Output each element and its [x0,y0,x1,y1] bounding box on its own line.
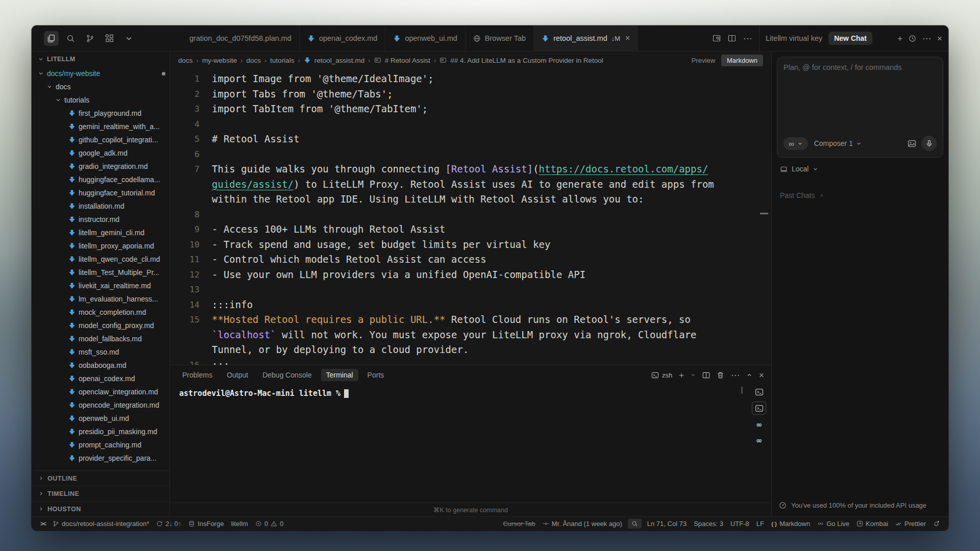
status-kombai[interactable]: Kombai [853,520,892,528]
status-eol[interactable]: LF [753,520,768,528]
file-row[interactable]: huggingface_tutorial.md [32,186,169,199]
file-row[interactable]: prompt_caching.md [32,438,169,452]
folder-row[interactable]: docs [32,80,169,93]
file-row[interactable]: model_fallbacks.md [32,332,169,345]
status-indentation[interactable]: Spaces: 3 [690,520,727,528]
terminal-more-icon[interactable]: ⋯ [731,371,740,380]
sidebar-section-houston[interactable]: HOUSTON [32,501,169,516]
file-row[interactable]: lm_evaluation_harness... [32,292,169,306]
folder-row[interactable]: docs/my-website [32,67,169,80]
status-encoding[interactable]: UTF-8 [727,520,753,528]
file-row[interactable]: gemini_realtime_with_a... [32,120,169,133]
breadcrumb-item[interactable]: tutorials [270,57,294,64]
infinity-instance-icon[interactable]: ∞ [752,434,766,446]
composer-selector[interactable]: Composer 1 [814,139,862,147]
panel-tab-debug-console[interactable]: Debug Console [257,369,317,381]
file-row[interactable]: litellm_Test_Multiple_Pr... [32,266,169,279]
folder-row[interactable]: tutorials [32,93,169,107]
terminal-output[interactable]: astrodevil@Astro-Mac-mini litellm % ∞∞ [170,385,771,503]
status-git-blame[interactable]: Mr. Ånand (1 week ago) [539,520,626,528]
local-context-selector[interactable]: Local [772,161,948,177]
status-prettier[interactable]: Prettier [892,520,929,528]
panel-tab-terminal[interactable]: Terminal [321,369,358,381]
kill-terminal-icon[interactable] [717,371,724,379]
chat-more-icon[interactable]: ⋯ [922,34,931,43]
infinity-instance-icon[interactable]: ∞ [752,418,766,431]
markdown-mode-badge[interactable]: Markdown [721,55,763,66]
terminal-scrollbar[interactable] [741,387,743,394]
file-row[interactable]: model_config_proxy.md [32,319,169,332]
file-row[interactable]: instructor.md [32,213,169,226]
close-tab-icon[interactable]: × [625,34,630,43]
file-row[interactable]: litellm_qwen_code_cli.md [32,253,169,266]
file-row[interactable]: installation.md [32,199,169,213]
shell-indicator[interactable]: zsh [651,371,672,379]
editor-tab[interactable]: openai_codex.md [300,26,385,51]
file-row[interactable]: google_adk.md [32,146,169,160]
code-editor[interactable]: 1import Image from '@theme/IdealImage';2… [170,69,771,365]
more-actions-icon[interactable]: ⋯ [743,34,752,43]
sidebar-section-outline[interactable]: OUTLINE [32,470,169,486]
editor-tab[interactable]: Browser Tab [465,26,534,51]
terminal-instance-icon[interactable] [752,386,766,398]
chat-close-icon[interactable]: × [937,34,942,43]
terminal-instance-icon[interactable] [752,402,766,415]
status-cursor-position[interactable]: Ln 71, Col 73 [644,520,690,528]
breadcrumb-symbol[interactable]: # Retool Assist [385,57,430,64]
scrollbar-thumb[interactable] [760,213,768,214]
panel-tab-output[interactable]: Output [222,369,253,381]
file-row[interactable]: presidio_pii_masking.md [32,425,169,438]
maximize-panel-icon[interactable] [746,372,752,378]
file-row[interactable]: provider_specific_para... [32,452,169,465]
breadcrumb-file[interactable]: retool_assist.md [314,57,364,64]
chat-tab-new-chat[interactable]: New Chat [828,32,872,45]
file-row[interactable]: openweb_ui.md [32,412,169,425]
status-notifications[interactable] [929,520,943,527]
chat-composer[interactable]: Plan, @ for context, / for commands ∞ Co… [777,57,943,158]
file-row[interactable]: huggingface_codellama... [32,173,169,186]
sidebar-section-timeline[interactable]: TIMELINE [32,486,169,501]
open-preview-icon[interactable] [713,34,721,42]
activity-search-button[interactable] [63,31,78,46]
activity-extensions-button[interactable] [102,31,117,46]
close-panel-icon[interactable]: × [759,371,764,380]
status-cursor-tab[interactable]: Cursor Tab [499,520,538,528]
status-remote-indicator[interactable]: >< [37,520,49,528]
file-row[interactable]: mock_completion.md [32,306,169,319]
status-git-branch[interactable]: docs/retool-assist-integration* [49,520,153,528]
terminal-dropdown-icon[interactable] [691,372,696,378]
new-terminal-icon[interactable]: + [679,371,684,380]
explorer-section-header[interactable]: LITELLM [32,52,169,67]
agent-mode-pill[interactable]: ∞ [783,137,808,150]
split-terminal-icon[interactable] [702,371,710,379]
breadcrumb-symbol[interactable]: ## 4. Add LiteLLM as a Custom Provider i… [450,57,603,64]
status-go-live[interactable]: Go Live [814,520,853,528]
chat-tab-litellm-virtual-key[interactable]: Litellm virtual key [766,34,822,42]
activity-files-button[interactable] [44,31,59,46]
past-chats-toggle[interactable]: Past Chats [772,177,948,199]
file-row[interactable]: openai_codex.md [32,372,169,385]
editor-tab[interactable]: openweb_ui.md [385,26,465,51]
editor-tab[interactable]: gration_doc_d075fd58.plan.md [182,26,300,51]
activity-chevron-down-button[interactable] [121,31,136,46]
attach-image-icon[interactable] [908,139,916,148]
breadcrumb-item[interactable]: docs [178,57,193,64]
status-litellm-status[interactable]: litellm [228,520,252,528]
file-row[interactable]: openclaw_integration.md [32,385,169,398]
preview-label[interactable]: Preview [692,57,715,64]
breadcrumb-item[interactable]: my-website [202,57,237,64]
status-insforge[interactable]: InsForge [185,520,227,528]
editor-tab[interactable]: retool_assist.md↓M× [534,26,638,51]
split-editor-icon[interactable] [728,34,736,42]
breadcrumb-item[interactable]: docs [246,57,261,64]
file-row[interactable]: msft_sso.md [32,345,169,359]
file-row[interactable]: litellm_proxy_aporia.md [32,239,169,253]
status-language-mode[interactable]: { }Markdown [768,520,814,528]
microphone-button[interactable] [921,136,937,151]
status-problems[interactable]: 00 [252,520,287,528]
file-row[interactable]: litellm_gemini_cli.md [32,226,169,239]
file-row[interactable]: github_copilot_integrati... [32,133,169,146]
activity-source-control-button[interactable] [83,31,97,46]
history-clock-icon[interactable] [909,35,916,42]
file-row[interactable]: gradio_integration.md [32,160,169,173]
